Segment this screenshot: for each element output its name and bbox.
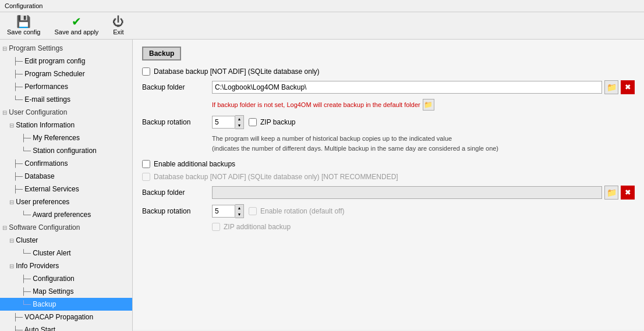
- rotation-up-button[interactable]: ▲: [235, 116, 243, 122]
- exit-label: Exit: [113, 29, 123, 35]
- backup-folder2-input[interactable]: [212, 186, 602, 199]
- backup-folder-row: Backup folder 📁 ✖: [142, 80, 635, 94]
- enable-rotation-text: Enable rotation (default off): [260, 207, 345, 215]
- zip-additional-checkbox[interactable]: [212, 223, 220, 231]
- save-config-label: Save config: [7, 29, 40, 35]
- sidebar-item-station-configuration[interactable]: └─ Station configuration: [0, 144, 132, 157]
- sidebar-item-confirmations[interactable]: ├─ Confirmations: [0, 157, 132, 170]
- backup-folder-input-row: 📁 ✖: [212, 80, 635, 94]
- rotation2-spinner-buttons: ▲ ▼: [235, 204, 244, 218]
- backup-folder-browse-button[interactable]: 📁: [604, 80, 618, 94]
- main-area: ⊟ Program Settings ├─ Edit program confi…: [0, 40, 644, 330]
- sidebar-item-voacap[interactable]: ├─ VOACAP Propagation: [0, 311, 132, 323]
- section-title: Backup: [142, 47, 181, 60]
- rotation-controls: ▲ ▼ ZIP backup: [212, 115, 295, 129]
- additional-section: Enable additional backups Database backu…: [142, 160, 635, 231]
- sidebar-item-station-information[interactable]: ⊟ Station Information: [0, 119, 132, 131]
- backup-rotation2-row: Backup rotation ▲ ▼ Enable rotation (def…: [142, 204, 635, 218]
- sidebar-item-backup[interactable]: └─ Backup: [0, 298, 132, 311]
- exit-icon: ⏻: [112, 16, 124, 27]
- save-config-button[interactable]: 💾 Save config: [5, 15, 43, 37]
- save-apply-label: Save and apply: [54, 29, 98, 35]
- description-line1: The program will keep a number of histor…: [212, 134, 635, 144]
- enable-rotation-label[interactable]: Enable rotation (default off): [249, 207, 345, 215]
- sidebar-item-cluster-alert[interactable]: └─ Cluster Alert: [0, 247, 132, 259]
- window-title: Configuration: [5, 2, 43, 9]
- save-apply-icon: ✔: [72, 16, 82, 27]
- db-backup-checkbox[interactable]: [142, 67, 150, 76]
- sidebar-item-user-preferences[interactable]: ⊟ User preferences: [0, 195, 132, 208]
- sidebar-item-user-configuration[interactable]: ⊟ User Configuration: [0, 106, 132, 119]
- hint-folder-button[interactable]: 📁: [423, 99, 434, 111]
- enable-additional-row: Enable additional backups: [142, 160, 635, 168]
- sidebar-item-program-scheduler[interactable]: ├─ Program Scheduler: [0, 67, 132, 80]
- sidebar-item-program-settings[interactable]: ⊟ Program Settings: [0, 42, 132, 55]
- sidebar-item-external-services[interactable]: ├─ External Services: [0, 183, 132, 195]
- sidebar-item-database[interactable]: ├─ Database: [0, 170, 132, 183]
- backup-folder-input[interactable]: [212, 81, 602, 94]
- backup-folder-label: Backup folder: [142, 83, 212, 91]
- sidebar-item-info-providers[interactable]: ⊟ Info Providers: [0, 259, 132, 272]
- sidebar-item-software-configuration[interactable]: ⊟ Software Configuration: [0, 221, 132, 234]
- enable-additional-label[interactable]: Enable additional backups: [142, 160, 235, 168]
- db-backup-checkbox-label[interactable]: Database backup [NOT ADIF] (SQLite datab…: [142, 67, 320, 76]
- db-backup-row: Database backup [NOT ADIF] (SQLite datab…: [142, 67, 635, 76]
- backup-folder2-delete-button[interactable]: ✖: [621, 186, 635, 200]
- zip-backup-checkbox[interactable]: [249, 118, 257, 126]
- save-config-icon: 💾: [16, 16, 31, 27]
- rotation-spinner-buttons: ▲ ▼: [235, 115, 244, 129]
- rotation2-up-button[interactable]: ▲: [235, 205, 243, 211]
- zip-additional-text: ZIP additional backup: [224, 223, 291, 231]
- rotation2-input[interactable]: [212, 205, 235, 218]
- backup-rotation-label: Backup rotation: [142, 118, 212, 126]
- sidebar-item-map-settings[interactable]: ├─ Map Settings: [0, 285, 132, 298]
- sidebar-item-edit-program-config[interactable]: ├─ Edit program config: [0, 55, 132, 67]
- sidebar-item-cluster[interactable]: ⊟ Cluster: [0, 234, 132, 247]
- content-area: Backup Database backup [NOT ADIF] (SQLit…: [133, 40, 644, 330]
- sidebar-item-performances[interactable]: ├─ Performances: [0, 80, 132, 93]
- rotation-down-button[interactable]: ▼: [235, 122, 243, 129]
- save-apply-button[interactable]: ✔ Save and apply: [52, 15, 101, 37]
- sidebar-item-my-references[interactable]: ├─ My References: [0, 131, 132, 144]
- toolbar: 💾 Save config ✔ Save and apply ⏻ Exit: [0, 12, 644, 40]
- sidebar: ⊟ Program Settings ├─ Edit program confi…: [0, 40, 133, 331]
- zip-additional-label[interactable]: ZIP additional backup: [212, 223, 291, 231]
- title-bar: Configuration: [0, 0, 644, 12]
- zip-backup-label[interactable]: ZIP backup: [249, 118, 295, 126]
- db-backup-additional-row: Database backup [NOT ADIF] (SQLite datab…: [142, 173, 635, 181]
- db-backup-additional-label: Database backup [NOT ADIF] (SQLite datab…: [142, 173, 398, 181]
- db-backup-additional-text: Database backup [NOT ADIF] (SQLite datab…: [154, 173, 398, 181]
- sidebar-item-auto-start[interactable]: ├─ Auto Start: [0, 323, 132, 331]
- db-backup-label: Database backup [NOT ADIF] (SQLite datab…: [154, 67, 320, 76]
- rotation2-controls: ▲ ▼ Enable rotation (default off): [212, 204, 345, 218]
- enable-additional-text: Enable additional backups: [154, 160, 235, 168]
- backup-folder2-input-row: 📁 ✖: [212, 186, 635, 200]
- enable-additional-checkbox[interactable]: [142, 160, 150, 168]
- backup-folder2-browse-button[interactable]: 📁: [604, 186, 618, 200]
- zip-additional-row: ZIP additional backup: [212, 223, 635, 231]
- backup-rotation2-label: Backup rotation: [142, 207, 212, 215]
- hint-text: If backup folder is not set, Log4OM will…: [212, 101, 420, 108]
- sidebar-item-award-preferences[interactable]: └─ Award preferences: [0, 208, 132, 221]
- sidebar-item-configuration[interactable]: ├─ Configuration: [0, 272, 132, 285]
- backup-folder-delete-button[interactable]: ✖: [621, 80, 635, 94]
- rotation2-down-button[interactable]: ▼: [235, 211, 243, 218]
- rotation-spinner: ▲ ▼: [212, 115, 244, 129]
- zip-backup-text: ZIP backup: [260, 118, 295, 126]
- backup-rotation-row: Backup rotation ▲ ▼ ZIP backup: [142, 115, 635, 129]
- rotation2-spinner: ▲ ▼: [212, 204, 244, 218]
- backup-folder2-row: Backup folder 📁 ✖: [142, 186, 635, 200]
- exit-button[interactable]: ⏻ Exit: [110, 15, 126, 37]
- rotation-input[interactable]: [212, 116, 235, 129]
- db-backup-additional-checkbox[interactable]: [142, 173, 150, 181]
- backup-folder2-label: Backup folder: [142, 188, 212, 197]
- description-text: The program will keep a number of histor…: [212, 134, 635, 153]
- sidebar-item-email-settings[interactable]: └─ E-mail settings: [0, 93, 132, 106]
- enable-rotation-checkbox[interactable]: [249, 207, 257, 215]
- hint-text-row: If backup folder is not set, Log4OM will…: [212, 99, 635, 111]
- description-line2: (indicates the number of different days.…: [212, 144, 635, 154]
